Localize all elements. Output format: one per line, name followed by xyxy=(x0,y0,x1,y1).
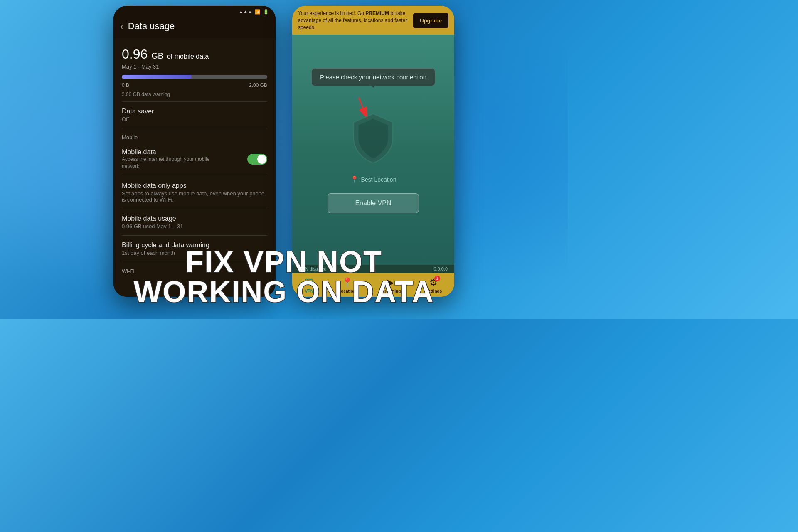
progress-start-label: 0 B xyxy=(122,82,129,88)
mobile-data-only-apps-title: Mobile data only apps xyxy=(122,182,267,190)
location-label: Best Location xyxy=(361,176,397,183)
mobile-data-usage-title: Mobile data usage xyxy=(122,215,267,222)
mobile-data-only-apps-sub: Set apps to always use mobile data, even… xyxy=(122,190,267,203)
shield-icon-container xyxy=(348,111,398,167)
data-progress-bar xyxy=(122,75,267,79)
upgrade-button[interactable]: Upgrade xyxy=(413,13,448,28)
phone-header-left: ‹ Data usage xyxy=(113,17,276,38)
location-row: 📍 Best Location xyxy=(350,175,397,183)
data-saver-title: Data saver xyxy=(122,108,267,115)
mobile-data-left: Mobile data Access the internet through … xyxy=(122,148,230,170)
signal-icon: ▲▲▲ xyxy=(239,9,252,14)
data-unit: GB xyxy=(151,51,163,60)
status-icons: ▲▲▲ 📶 🔋 xyxy=(239,9,269,15)
bottom-title-text: FIX VPN NOT WORKING ON DATA xyxy=(105,247,463,307)
upgrade-text: Your experience is limited. Go PREMIUM t… xyxy=(298,10,409,31)
data-saver-item[interactable]: Data saver Off xyxy=(113,102,276,128)
mobile-data-usage-item[interactable]: Mobile data usage 0.96 GB used May 1 – 3… xyxy=(113,209,276,235)
data-warning-text: 2.00 GB data warning xyxy=(122,91,267,97)
progress-bar-fill xyxy=(122,75,192,79)
back-arrow-icon[interactable]: ‹ xyxy=(120,22,123,31)
upgrade-text-highlight: PREMIUM xyxy=(365,10,389,16)
mobile-data-toggle[interactable] xyxy=(247,154,267,165)
page-title: Data usage xyxy=(128,21,175,32)
data-amount: 0.96 GB of mobile data xyxy=(122,47,267,62)
upgrade-banner: Your experience is limited. Go PREMIUM t… xyxy=(292,6,454,35)
mobile-data-title: Mobile data xyxy=(122,148,230,156)
mobile-data-item[interactable]: Mobile data Access the internet through … xyxy=(113,143,276,176)
battery-icon: 🔋 xyxy=(263,9,269,15)
location-pin-icon: 📍 xyxy=(350,175,359,183)
enable-vpn-button[interactable]: Enable VPN xyxy=(328,193,419,213)
progress-end-label: 2.00 GB xyxy=(249,82,267,88)
network-tooltip: Please check your network connection xyxy=(311,68,435,86)
progress-labels: 0 B 2.00 GB xyxy=(122,82,267,88)
mobile-category-label: Mobile xyxy=(122,134,138,140)
mobile-data-sub: Access the internet through your mobile … xyxy=(122,156,230,170)
vpn-shield-icon xyxy=(348,111,398,165)
data-label: of mobile data xyxy=(167,53,209,60)
data-value: 0.96 xyxy=(122,47,148,62)
data-date-range: May 1 - May 31 xyxy=(122,64,267,70)
upgrade-text-prefix: Your experience is limited. Go xyxy=(298,10,365,16)
mobile-category: Mobile xyxy=(113,128,276,143)
vpn-main-area: Please check your network connection xyxy=(292,35,454,265)
data-saver-sub: Off xyxy=(122,116,267,122)
bottom-title-container: FIX VPN NOT WORKING ON DATA xyxy=(105,247,463,307)
mobile-data-usage-sub: 0.96 GB used May 1 – 31 xyxy=(122,223,267,229)
wifi-icon: 📶 xyxy=(255,9,261,15)
status-bar-left: ▲▲▲ 📶 🔋 xyxy=(113,6,276,17)
data-usage-section: 0.96 GB of mobile data May 1 - May 31 0 … xyxy=(113,38,276,101)
mobile-data-only-apps-item[interactable]: Mobile data only apps Set apps to always… xyxy=(113,176,276,209)
